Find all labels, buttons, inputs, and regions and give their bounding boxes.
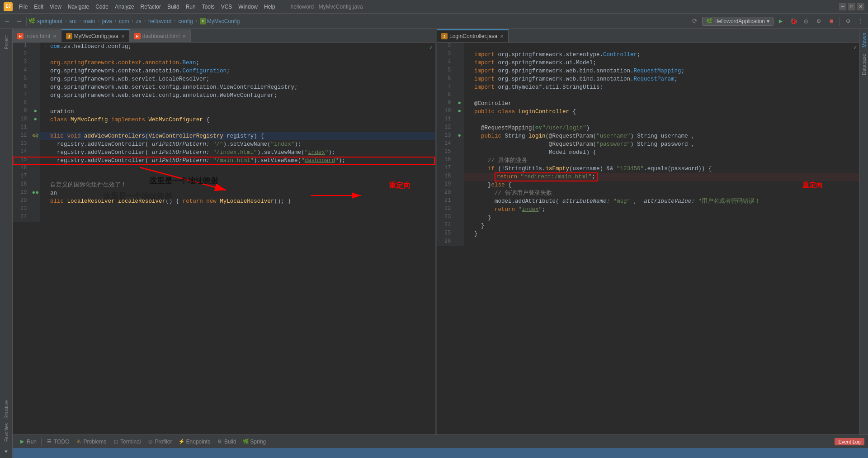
breadcrumb-helloword[interactable]: helloword (148, 18, 171, 24)
line-code (40, 124, 435, 132)
check-mark-right: ✓ (854, 43, 857, 51)
left-code-area[interactable]: ✓ 1 · com.zs.helloword.config; 2 (13, 43, 435, 434)
tab-mymvcconfig[interactable]: J MyMvcConfig.java ✕ (61, 29, 130, 42)
right-code-area[interactable]: ✓ 2 3 import org.springframework.stereot… (437, 43, 859, 434)
database-icon[interactable]: Database (859, 52, 868, 77)
line-gutter (455, 173, 464, 181)
sidebar-star[interactable]: ★ (5, 447, 8, 454)
line-gutter (31, 75, 40, 83)
menu-refactor[interactable]: Refactor (138, 2, 164, 11)
tab-login-controller[interactable]: J LoginController.java ✕ (437, 29, 509, 42)
refresh-icon[interactable]: ⟳ (689, 16, 700, 27)
line-code: import org.springframework.ui.Model; (464, 59, 859, 67)
maximize-button[interactable]: □ (848, 3, 855, 10)
breadcrumb-java[interactable]: java (102, 18, 112, 24)
profiler-tool-btn[interactable]: ◎ Profiler (145, 438, 175, 446)
terminal-tool-btn[interactable]: ◻ Terminal (110, 438, 143, 446)
toolbar: ← → 🌿 springboot › src › main › java › c… (0, 14, 868, 29)
tab-label-mymvc: MyMvcConfig.java (74, 33, 118, 39)
left-editor-pane: H index.html ✕ J MyMvcConfig.java ✕ H da… (13, 29, 435, 434)
menu-help[interactable]: Help (261, 2, 278, 11)
line-code (464, 91, 859, 100)
forward-icon[interactable]: → (14, 16, 24, 27)
settings-icon[interactable]: ⚙ (843, 16, 854, 27)
endpoints-tool-btn[interactable]: ⚡ Endpoints (176, 438, 213, 446)
minimize-button[interactable]: ─ (839, 3, 846, 10)
class-icon: C (200, 18, 206, 24)
breadcrumb-config[interactable]: config (179, 18, 193, 24)
coverage-button[interactable]: ◎ (801, 16, 811, 27)
line-number: 5 (437, 67, 455, 75)
breadcrumb-com[interactable]: com (119, 18, 129, 24)
menu-navigate[interactable]: Navigate (65, 2, 92, 11)
tab-close-dashboard[interactable]: ✕ (182, 34, 186, 39)
menu-code[interactable]: Code (93, 2, 111, 11)
build-tool-btn[interactable]: ⚙ Build (214, 438, 239, 446)
run-tool-btn[interactable]: ▶ Run (16, 438, 39, 446)
table-row: 12 @RequestMapping(⊙∨"/user/login") (437, 124, 859, 132)
status-bar (13, 448, 868, 458)
line-gutter (31, 43, 40, 51)
debug-button[interactable]: 🐞 (788, 16, 799, 27)
breadcrumb-src[interactable]: src (69, 18, 76, 24)
tab-icon-html: H (17, 33, 24, 39)
tab-close-mymvc[interactable]: ✕ (121, 34, 125, 39)
more-icon[interactable]: ⋮ (855, 16, 866, 27)
breadcrumb-mymvcconfig[interactable]: MyMvcConfig (207, 18, 240, 24)
table-row: 14 registry.addViewController( urlPathOr… (13, 148, 435, 157)
endpoints-tool-label: Endpoints (186, 439, 210, 445)
tab-icon-java: J (66, 33, 72, 39)
menu-analyze[interactable]: Analyze (112, 2, 137, 11)
left-tab-bar: H index.html ✕ J MyMvcConfig.java ✕ H da… (13, 29, 435, 43)
menu-build[interactable]: Build (165, 2, 182, 11)
problems-tool-btn[interactable]: ⚠ Problems (73, 438, 109, 446)
line-code (40, 51, 435, 59)
menu-vcs[interactable]: VCS (218, 2, 235, 11)
breadcrumb-main[interactable]: main (83, 18, 95, 24)
event-log-button[interactable]: Event Log (835, 438, 864, 445)
menu-file[interactable]: File (16, 2, 30, 11)
menu-edit[interactable]: Edit (31, 2, 46, 11)
breadcrumb-zs[interactable]: zs (136, 18, 142, 24)
right-tab-bar: J LoginController.java ✕ (437, 29, 859, 43)
back-icon[interactable]: ← (2, 16, 13, 27)
todo-tool-btn[interactable]: ☰ TODO (43, 438, 72, 446)
line-number: 19 (13, 189, 31, 197)
breadcrumb: 🌿 springboot › src › main › java › com ›… (28, 18, 689, 24)
bottom-toolbar: ▶ Run ☰ TODO ⚠ Problems ◻ Terminal ◎ Pro… (13, 434, 868, 448)
tab-index-html[interactable]: H index.html ✕ (13, 29, 61, 42)
breadcrumb-springboot[interactable]: springboot (37, 18, 62, 24)
menu-window[interactable]: Window (236, 2, 260, 11)
table-row: 11 (437, 116, 859, 124)
menu-run[interactable]: Run (183, 2, 198, 11)
profile-button[interactable]: ⚙ (813, 16, 824, 27)
line-code (40, 100, 435, 108)
stop-button[interactable]: ■ (826, 16, 837, 27)
sidebar-project[interactable]: Project (1, 31, 11, 53)
sidebar-favorites[interactable]: Favorites (1, 421, 11, 444)
maven-icon[interactable]: Maven (859, 31, 868, 49)
line-gutter (31, 157, 40, 165)
menu-view[interactable]: View (47, 2, 64, 11)
table-row: 19 }else { (437, 181, 859, 189)
run-config-chevron: ▾ (767, 18, 769, 24)
run-button[interactable]: ▶ (775, 16, 786, 27)
tab-dashboard-html[interactable]: H dashboard.html ✕ (130, 29, 191, 42)
close-button[interactable]: ✕ (857, 3, 864, 10)
run-config-selector[interactable]: 🌿 HellowordApplication ▾ (702, 17, 774, 26)
tab-close-login[interactable]: ✕ (500, 34, 504, 39)
line-gutter (455, 59, 464, 67)
line-code: import org.springframework.web.bind.anno… (464, 75, 859, 83)
tab-close-index[interactable]: ✕ (53, 34, 57, 39)
line-code: // 具体的业务 (464, 157, 859, 165)
line-gutter (455, 75, 464, 83)
sidebar-structure[interactable]: Structure (1, 398, 11, 421)
spring-tool-btn[interactable]: 🌿 Spring (240, 438, 269, 446)
line-gutter (31, 124, 40, 132)
menu-tools[interactable]: Tools (199, 2, 217, 11)
table-row: 3 org.springframework.context.annotation… (13, 59, 435, 67)
gutter-icon: ● (458, 108, 461, 114)
line-number: 6 (437, 75, 455, 83)
left-sidebar: Project Structure Favorites ★ (0, 29, 13, 458)
window-title: helloword - MyMvcConfig.java (291, 4, 363, 10)
